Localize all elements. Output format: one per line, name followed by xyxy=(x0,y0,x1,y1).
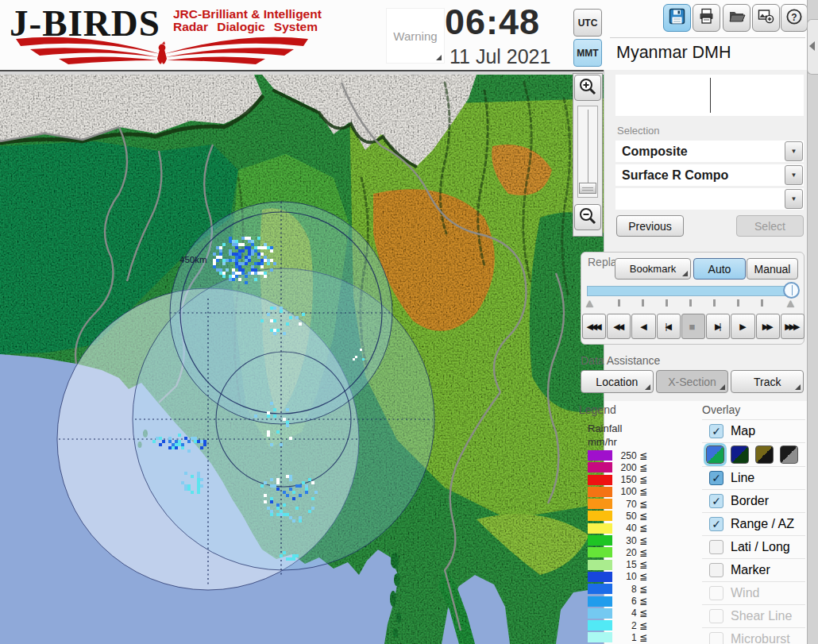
radar-map[interactable]: 450km xyxy=(0,75,604,644)
legend-value-label: 250 ≦ xyxy=(612,450,647,461)
overlay-item-border[interactable]: ✓Border xyxy=(702,490,805,513)
eagle-logo-icon xyxy=(13,35,311,70)
folder-open-icon xyxy=(728,9,746,28)
checkbox[interactable] xyxy=(709,540,723,554)
chevron-down-icon[interactable]: ▼ xyxy=(785,165,803,185)
zoom-out-button[interactable] xyxy=(574,204,601,230)
timeline-tick xyxy=(713,299,716,307)
overlay-options: ✓Map✓Line✓Border✓Range / AZLati / LongMa… xyxy=(702,419,805,644)
legend-color-swatch xyxy=(588,547,612,557)
overlay-item-lati-long[interactable]: Lati / Long xyxy=(702,536,805,559)
map-style-swatches xyxy=(702,443,805,467)
overlay-item-line[interactable]: ✓Line xyxy=(702,467,805,490)
map-style-swatch-3[interactable] xyxy=(780,445,798,464)
legend-color-swatch xyxy=(588,462,612,472)
info-display-box[interactable] xyxy=(615,75,804,116)
zoom-slider[interactable] xyxy=(577,106,598,198)
help-button[interactable]: ? xyxy=(781,4,808,32)
map-style-swatch-0[interactable] xyxy=(706,445,724,464)
timeline-tick xyxy=(642,299,644,307)
checkbox xyxy=(709,632,723,644)
x-section-button[interactable]: X-Section xyxy=(656,370,729,393)
legend-row: 1 ≦ xyxy=(588,632,647,642)
legend-value-label: 200 ≦ xyxy=(612,462,647,473)
overlay-item-range-az[interactable]: ✓Range / AZ xyxy=(702,513,805,536)
manual-mode-button[interactable]: Manual xyxy=(747,258,798,280)
mmt-button[interactable]: MMT xyxy=(573,39,602,67)
overlay-item-label: Marker xyxy=(731,563,770,577)
warning-panel[interactable]: Warning xyxy=(386,8,445,64)
print-button[interactable] xyxy=(693,4,720,32)
timeline-ticks xyxy=(615,299,774,307)
overlay-item-shear-line[interactable]: Shear Line xyxy=(702,605,805,628)
checkbox xyxy=(709,609,723,623)
location-button[interactable]: Location xyxy=(581,370,654,393)
printer-icon xyxy=(698,8,715,28)
playback-button-2[interactable]: ◀ xyxy=(631,314,655,339)
legend-value-label: 50 ≦ xyxy=(612,511,647,522)
chevron-down-icon[interactable]: ▼ xyxy=(785,189,803,209)
timeline-start-marker[interactable]: ▲ xyxy=(584,297,596,309)
logo-subtitle-line1: JRC-Brilliant & Intelligent xyxy=(173,8,322,21)
panel-collapse-strip[interactable] xyxy=(807,0,818,644)
legend-row: 30 ≦ xyxy=(588,535,647,546)
playback-button-5[interactable]: ▶| xyxy=(706,314,730,339)
playback-button-4[interactable]: ■ xyxy=(681,314,705,339)
overlay-item-microburst[interactable]: Microburst xyxy=(702,628,805,644)
playback-button-7[interactable]: ▶▶ xyxy=(756,314,780,339)
legend-row: 250 ≦ xyxy=(588,450,647,461)
overlay-item-marker[interactable]: Marker xyxy=(702,559,805,582)
clock-time: 06:48 xyxy=(445,2,569,43)
track-button[interactable]: Track xyxy=(731,370,804,393)
legend-color-swatch xyxy=(588,620,612,631)
checkbox[interactable]: ✓ xyxy=(709,471,723,485)
checkbox[interactable] xyxy=(709,563,723,577)
open-file-button[interactable] xyxy=(723,4,750,32)
logo-subtitle-line2: Radar Dialogic System xyxy=(173,21,322,33)
select-button[interactable]: Select xyxy=(736,215,804,237)
auto-mode-button[interactable]: Auto xyxy=(693,258,746,280)
utc-button[interactable]: UTC xyxy=(573,9,602,37)
zoom-in-button[interactable] xyxy=(574,75,601,101)
overlay-item-label: Wind xyxy=(731,586,759,600)
selection-dropdown-2[interactable]: ▼ xyxy=(615,188,804,210)
legend-value-label: 4 ≦ xyxy=(612,607,647,619)
collapse-arrow-icon xyxy=(809,41,815,51)
playback-button-3[interactable]: |◀ xyxy=(657,314,681,339)
selection-dropdown-0[interactable]: Composite▼ xyxy=(615,141,804,162)
legend-color-swatch xyxy=(588,511,612,521)
legend-color-swatch xyxy=(588,499,612,509)
map-style-swatch-2[interactable] xyxy=(755,445,774,464)
replay-timeline-track[interactable] xyxy=(587,286,795,296)
playback-button-1[interactable]: ◀◀ xyxy=(607,314,631,339)
chevron-down-icon[interactable]: ▼ xyxy=(785,141,803,161)
legend-row: 15 ≦ xyxy=(588,560,647,570)
previous-button[interactable]: Previous xyxy=(616,215,684,237)
map-style-swatch-1[interactable] xyxy=(731,445,749,464)
data-assistance-buttons: LocationX-SectionTrack xyxy=(581,370,804,393)
checkbox[interactable]: ✓ xyxy=(709,494,723,508)
timeline-end-marker[interactable]: ▲ xyxy=(785,297,797,309)
overlay-item-map[interactable]: ✓Map xyxy=(702,420,805,443)
overlay-item-label: Microburst xyxy=(731,632,790,644)
playback-button-8[interactable]: ▶▶▶ xyxy=(781,314,804,339)
floppy-disk-icon xyxy=(669,8,685,28)
playback-controls: ◀◀◀◀◀◀|◀■▶|▶▶▶▶▶▶ xyxy=(582,314,804,339)
overlay-item-wind[interactable]: Wind xyxy=(702,582,805,605)
zoom-slider-track xyxy=(588,110,588,194)
bookmark-button[interactable]: Bookmark xyxy=(615,258,691,280)
checkbox[interactable]: ✓ xyxy=(709,424,723,438)
playback-button-6[interactable]: ▶ xyxy=(731,314,754,339)
capture-image-button[interactable] xyxy=(752,4,780,32)
legend-value-label: 2 ≦ xyxy=(612,620,647,631)
playback-button-0[interactable]: ◀◀◀ xyxy=(582,314,606,339)
legend-color-swatch xyxy=(588,560,612,570)
checkbox[interactable]: ✓ xyxy=(709,517,723,531)
save-button[interactable] xyxy=(663,4,691,32)
timeline-tick xyxy=(666,299,668,307)
legend-color-swatch xyxy=(588,535,612,546)
selection-dropdown-1[interactable]: Surface R Compo▼ xyxy=(615,164,804,186)
legend-row: 20 ≦ xyxy=(588,547,647,557)
station-title: Myanmar DMH xyxy=(616,43,731,63)
zoom-slider-handle[interactable] xyxy=(579,183,596,194)
